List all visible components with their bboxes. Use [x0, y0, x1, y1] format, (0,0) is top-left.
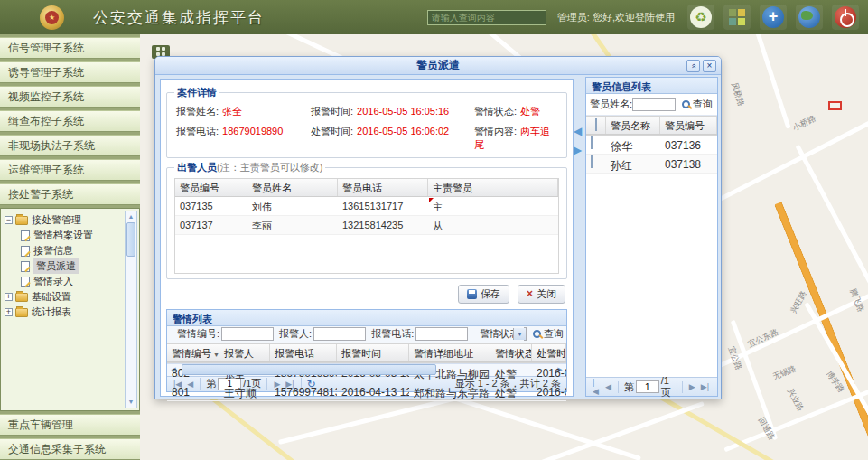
refresh-button[interactable]: ♻: [687, 5, 714, 30]
column-header-phone[interactable]: 报警电话: [270, 344, 337, 361]
alarm-filter-bar: 警情编号: 报警人: 报警电话: 警情状态: ▼ 查询: [167, 326, 566, 343]
collapse-expander-icon[interactable]: −: [5, 216, 13, 224]
primary-role-cell[interactable]: 从: [428, 216, 518, 234]
expand-expander-icon[interactable]: +: [5, 293, 13, 301]
expand-expander-icon[interactable]: +: [5, 308, 13, 316]
alarm-search-button[interactable]: 查询: [530, 327, 566, 341]
tree-node-officer-dispatch[interactable]: 警员派遣: [5, 258, 123, 274]
alarm-list-title: 警情列表: [167, 310, 566, 326]
column-header-status[interactable]: 警情状态: [490, 344, 532, 361]
window-titlebar[interactable]: 警员派遣 » ×: [155, 57, 721, 75]
scroll-thumb[interactable]: [126, 222, 135, 257]
column-header-officer-name[interactable]: 警员名称: [606, 117, 660, 134]
scroll-up-icon[interactable]: ▲: [128, 211, 135, 222]
select-all-checkbox[interactable]: [595, 118, 597, 131]
map-button[interactable]: [796, 5, 823, 30]
add-button[interactable]: +: [760, 5, 787, 30]
folder-icon: [15, 216, 28, 225]
first-page-button[interactable]: |◀: [590, 378, 602, 396]
column-header-officer-id[interactable]: 警员编号: [660, 117, 717, 134]
case-field: 报警电话:18679019890: [176, 125, 311, 152]
horizontal-scrollbar[interactable]: ◀ ▶: [167, 363, 566, 376]
officer-name-input[interactable]: [632, 98, 676, 111]
sidebar-item-investigation[interactable]: 缉查布控子系统: [0, 110, 140, 132]
officer-search-button[interactable]: 查询: [679, 98, 715, 111]
column-header-alarm-id[interactable]: 警情编号▼: [167, 344, 219, 361]
alarm-id-input[interactable]: [221, 327, 274, 341]
column-header-caller[interactable]: 报警人: [219, 344, 270, 361]
row-checkbox[interactable]: [591, 155, 593, 168]
column-header-officer-id[interactable]: 警员编号: [175, 179, 247, 196]
sidebar-item-operation[interactable]: 运维管理子系统: [0, 159, 140, 181]
alarm-list-panel: 警情列表 警情编号: 报警人: 报警电话: 警情状态: ▼: [166, 309, 567, 392]
column-header-handle-time[interactable]: 处警时间: [532, 344, 566, 361]
move-left-arrow-button[interactable]: ◀: [574, 126, 582, 136]
select-all-cell[interactable]: [586, 117, 606, 134]
tree-node-alarm-entry[interactable]: 警情录入: [5, 274, 123, 289]
column-header-officer-name[interactable]: 警员姓名: [247, 179, 338, 196]
tree-scrollbar[interactable]: ▲ ▼: [125, 211, 137, 408]
scroll-thumb[interactable]: [182, 364, 436, 375]
prev-page-button[interactable]: ◀: [602, 382, 614, 391]
sidebar-item-key-vehicle[interactable]: 重点车辆管理: [0, 414, 140, 436]
row-checkbox[interactable]: [591, 136, 593, 149]
officer-filter-bar: 警员姓名: 查询: [586, 94, 717, 116]
status-select[interactable]: ▼: [524, 327, 527, 341]
road-label: 兴业路: [784, 387, 806, 414]
officer-row[interactable]: 孙红 037138: [586, 155, 717, 174]
sort-desc-icon: ▼: [213, 352, 219, 358]
officer-row[interactable]: 徐华 037136: [586, 136, 717, 155]
document-icon: [21, 230, 30, 241]
sidebar-item-video[interactable]: 视频监控子系统: [0, 86, 140, 108]
tree-node-alarm-archive[interactable]: 警情档案设置: [5, 228, 123, 243]
close-button[interactable]: × 关闭: [518, 285, 565, 304]
sidebar-item-guidance[interactable]: 诱导管理子系统: [0, 61, 140, 83]
column-header-officer-phone[interactable]: 警员电话: [338, 179, 428, 196]
officer-info-panel: 警员信息列表 警员姓名: 查询 警员名称 警员编号 徐华: [585, 77, 718, 397]
sidebar-item-alarm[interactable]: 接处警子系统: [0, 183, 140, 205]
global-search-input[interactable]: [427, 10, 546, 25]
sidebar-item-traffic-info[interactable]: 交通信息采集子系统: [0, 438, 140, 460]
tree-node-basic-settings[interactable]: + 基础设置: [5, 289, 123, 305]
apps-grid-button[interactable]: [723, 5, 751, 30]
column-header-report-time[interactable]: 报警时间: [337, 344, 409, 361]
phone-input[interactable]: [415, 327, 468, 341]
dropdown-arrow-icon[interactable]: ▼: [513, 328, 526, 340]
page-number-input[interactable]: [636, 380, 659, 393]
case-detail-grid: 报警姓名:张全 报警时间:2016-05-05 16:05:16 警情状态:处警…: [174, 103, 559, 153]
case-detail-legend: 案件详情: [174, 86, 219, 99]
primary-role-cell[interactable]: 主: [428, 197, 518, 215]
folder-icon: [15, 293, 28, 302]
officer-grid-header: 警员名称 警员编号: [586, 117, 717, 135]
road-label: 小桥路: [791, 113, 818, 135]
column-header-address[interactable]: 警情详细地址: [409, 344, 490, 361]
filter-label-phone: 报警电话:: [371, 327, 414, 341]
close-window-button[interactable]: ×: [703, 60, 716, 72]
police-badge-logo: ★: [40, 5, 64, 30]
sidebar-item-offsite[interactable]: 非现场执法子系统: [0, 135, 140, 156]
tree-node-alarm-management[interactable]: − 接处警管理: [5, 212, 123, 228]
last-page-button[interactable]: ▶|: [698, 382, 712, 391]
collapse-window-button[interactable]: »: [686, 60, 700, 72]
tree-node-statistics[interactable]: + 统计报表: [5, 305, 123, 320]
column-header-primary-officer[interactable]: 主责警员: [428, 179, 518, 196]
scroll-down-icon[interactable]: ▼: [128, 397, 135, 408]
tree-node-alarm-info[interactable]: 接警信息: [5, 243, 123, 258]
next-page-button[interactable]: ▶: [686, 382, 698, 391]
officer-name-label: 警员姓名:: [590, 98, 632, 111]
dispatch-row[interactable]: 037135 刘伟 13615131717 主: [175, 197, 558, 216]
alarm-row[interactable]: 801 王守顺 15769974813 2016-04-13 12:... 郑和…: [167, 382, 566, 401]
dispatch-row[interactable]: 037137 李丽 13215814235 从: [175, 216, 558, 235]
save-button[interactable]: 保存: [458, 285, 509, 304]
move-right-arrow-button[interactable]: ▶: [574, 145, 582, 155]
filter-label-alarm-id: 警情编号:: [177, 327, 219, 341]
sidebar-item-signal[interactable]: 信号管理子系统: [0, 37, 140, 59]
caller-input[interactable]: [313, 327, 366, 341]
document-icon: [21, 261, 30, 272]
search-icon: [682, 100, 690, 108]
logout-button[interactable]: [832, 5, 859, 30]
close-icon: ×: [707, 61, 713, 70]
document-icon: [21, 246, 30, 257]
save-icon: [467, 289, 477, 299]
road: [795, 34, 868, 110]
